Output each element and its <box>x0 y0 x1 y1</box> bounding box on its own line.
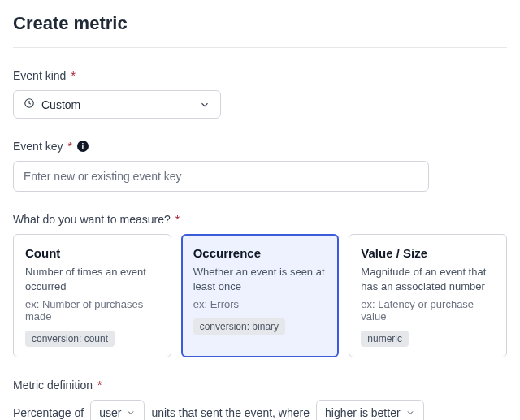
custom-icon <box>24 97 35 111</box>
event-key-section: Event key * i <box>13 140 507 192</box>
metric-definition-row: Percentage of user units that sent the e… <box>13 400 507 420</box>
required-asterisk: * <box>176 213 180 226</box>
definition-middle: units that sent the event, where <box>151 406 310 419</box>
event-kind-section: Event kind * Custom <box>13 69 507 119</box>
event-key-label: Event key * i <box>13 140 507 153</box>
unit-select[interactable]: user <box>90 400 145 420</box>
direction-select[interactable]: higher is better <box>316 400 424 420</box>
chevron-down-icon <box>405 408 415 418</box>
definition-prefix: Percentage of <box>13 406 84 419</box>
measure-options: Count Number of times an event occurred … <box>13 234 507 357</box>
card-desc: Whether an event is seen at least once <box>193 265 327 293</box>
event-kind-select[interactable]: Custom <box>13 90 221 119</box>
event-key-label-text: Event key <box>13 140 63 153</box>
measure-label: What do you want to measure? * <box>13 213 507 226</box>
info-icon[interactable]: i <box>77 141 89 152</box>
measure-option-occurrence[interactable]: Occurrence Whether an event is seen at l… <box>181 234 340 357</box>
measure-label-text: What do you want to measure? <box>13 213 171 226</box>
card-desc: Number of times an event occurred <box>25 265 159 293</box>
card-tag: conversion: count <box>25 331 115 347</box>
card-title: Count <box>25 246 159 260</box>
required-asterisk: * <box>98 379 102 392</box>
unit-value: user <box>99 406 121 419</box>
card-example: ex: Errors <box>193 298 327 310</box>
metric-definition-section: Metric definition * Percentage of user u… <box>13 379 507 420</box>
card-example: ex: Latency or purchase value <box>361 298 495 323</box>
event-key-input[interactable] <box>13 161 429 192</box>
measure-option-value-size[interactable]: Value / Size Magnitude of an event that … <box>349 234 507 357</box>
required-asterisk: * <box>71 69 75 82</box>
metric-definition-label-text: Metric definition <box>13 379 93 392</box>
card-title: Value / Size <box>361 246 495 260</box>
measure-section: What do you want to measure? * Count Num… <box>13 213 507 357</box>
card-desc: Magnitude of an event that has an associ… <box>361 265 495 293</box>
page-title: Create metric <box>13 13 507 34</box>
direction-value: higher is better <box>325 406 401 419</box>
card-tag: numeric <box>361 331 409 347</box>
event-kind-value: Custom <box>41 98 80 111</box>
divider <box>13 47 507 48</box>
chevron-down-icon <box>126 408 136 418</box>
required-asterisk: * <box>67 140 72 153</box>
card-tag: conversion: binary <box>193 318 285 335</box>
event-kind-label: Event kind * <box>13 69 507 82</box>
card-title: Occurrence <box>193 246 327 260</box>
card-example: ex: Number of purchases made <box>25 298 159 323</box>
event-kind-label-text: Event kind <box>13 69 66 82</box>
metric-definition-label: Metric definition * <box>13 379 507 392</box>
chevron-down-icon <box>199 99 210 110</box>
measure-option-count[interactable]: Count Number of times an event occurred … <box>13 234 171 357</box>
